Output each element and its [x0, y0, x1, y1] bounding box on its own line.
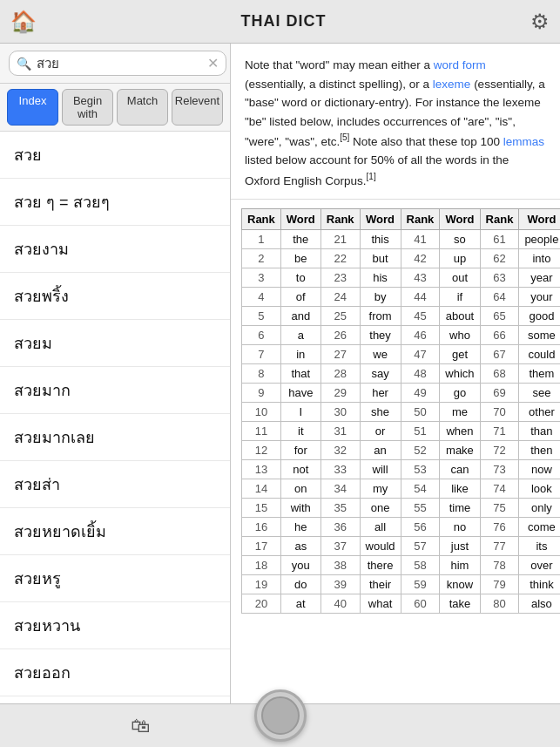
col-word-4: Word: [519, 209, 560, 230]
home-button[interactable]: [254, 689, 307, 742]
list-item[interactable]: สวยมากเลย: [0, 414, 230, 461]
rank-cell: 52: [401, 441, 440, 460]
list-item[interactable]: สวยมาก: [0, 367, 230, 414]
rank-cell: 35: [320, 499, 360, 518]
table-row: 5and25from45about65good: [242, 307, 561, 326]
word-cell: make: [440, 441, 480, 460]
word-cell: all: [360, 518, 401, 537]
word-cell: know: [440, 575, 480, 594]
rank-cell: 50: [401, 403, 440, 422]
rank-cell: 16: [242, 518, 281, 537]
table-row: 18you38there58him78over: [242, 556, 561, 575]
tab-match[interactable]: Match: [117, 89, 168, 126]
tab-begin-with[interactable]: Begin with: [62, 89, 113, 126]
list-item[interactable]: สวยม: [0, 320, 230, 367]
word-cell: we: [360, 345, 401, 364]
list-item[interactable]: สวยออก: [0, 649, 230, 696]
rank-cell: 71: [480, 422, 519, 441]
rank-cell: 61: [480, 230, 519, 249]
rank-cell: 4: [242, 288, 281, 307]
word-cell: the: [280, 230, 320, 249]
table-row: 14on34my54like74look: [242, 479, 561, 499]
clear-icon[interactable]: ✕: [207, 55, 219, 71]
list-item[interactable]: สวย: [0, 132, 230, 179]
bag-icon[interactable]: 🛍: [131, 715, 150, 737]
list-item[interactable]: สวรรคต: [0, 696, 230, 703]
rank-cell: 13: [242, 460, 281, 479]
sup1: [5]: [340, 132, 349, 142]
home-icon[interactable]: 🏠: [10, 10, 37, 34]
rank-cell: 34: [320, 479, 360, 499]
rank-cell: 69: [480, 384, 519, 403]
gear-icon[interactable]: ⚙: [530, 10, 550, 34]
list-item[interactable]: สวย ๆ = สวยๆ: [0, 179, 230, 226]
word-cell: come: [519, 518, 560, 537]
rank-cell: 38: [320, 556, 360, 575]
table-row: 2be22but42up62into: [242, 249, 561, 268]
list-item[interactable]: สวยหยาดเยิ้ม: [0, 508, 230, 555]
word-cell: if: [440, 288, 480, 307]
left-panel: 🔍 ✕ Index Begin with Match Relevent สวยส…: [0, 44, 231, 703]
list-item[interactable]: สวยพริ้ง: [0, 273, 230, 320]
col-word-2: Word: [360, 209, 401, 230]
rank-cell: 29: [320, 384, 360, 403]
word-cell: one: [360, 499, 401, 518]
sup2: [1]: [367, 172, 376, 181]
list-item[interactable]: สวยหวาน: [0, 602, 230, 649]
rank-cell: 54: [401, 479, 440, 499]
list-item[interactable]: สวยส่า: [0, 461, 230, 508]
rank-cell: 47: [401, 345, 440, 364]
rank-cell: 3: [242, 268, 281, 288]
tab-index[interactable]: Index: [7, 89, 58, 126]
rank-cell: 76: [480, 518, 519, 537]
word-cell: as: [280, 537, 320, 556]
word-form-link[interactable]: word form: [434, 58, 486, 71]
word-cell: then: [519, 441, 560, 460]
word-cell: for: [280, 441, 320, 460]
list-item[interactable]: สวยหรู: [0, 555, 230, 602]
right-panel: Note that "word" may mean either a word …: [231, 44, 560, 703]
search-input[interactable]: [37, 56, 202, 71]
lexeme-link[interactable]: lexeme: [433, 78, 471, 91]
word-cell: them: [519, 364, 560, 384]
rank-cell: 10: [242, 403, 281, 422]
word-cell: time: [440, 499, 480, 518]
list-item[interactable]: สวยงาม: [0, 226, 230, 273]
rank-cell: 78: [480, 556, 519, 575]
tab-relevent[interactable]: Relevent: [172, 89, 223, 126]
rank-cell: 65: [480, 307, 519, 326]
word-cell: her: [360, 384, 401, 403]
table-row: 13not33will53can73now: [242, 460, 561, 479]
word-cell: what: [360, 594, 401, 614]
right-content: Note that "word" may mean either a word …: [231, 44, 560, 200]
rank-cell: 66: [480, 326, 519, 345]
rank-cell: 59: [401, 575, 440, 594]
rank-cell: 19: [242, 575, 281, 594]
search-input-wrap: 🔍 ✕: [9, 51, 226, 76]
word-cell: could: [519, 345, 560, 364]
rank-cell: 6: [242, 326, 281, 345]
lemmas-link[interactable]: lemmas: [503, 135, 544, 148]
col-rank-1: Rank: [242, 209, 281, 230]
rank-cell: 57: [401, 537, 440, 556]
rank-cell: 55: [401, 499, 440, 518]
word-cell: also: [519, 594, 560, 614]
word-cell: in: [280, 345, 320, 364]
rank-cell: 27: [320, 345, 360, 364]
table-row: 16he36all56no76come: [242, 518, 561, 537]
word-cell: like: [440, 479, 480, 499]
rank-cell: 33: [320, 460, 360, 479]
table-row: 7in27we47get67could: [242, 345, 561, 364]
word-cell: no: [440, 518, 480, 537]
word-cell: their: [360, 575, 401, 594]
table-wrap: Rank Word Rank Word Rank Word Rank Word …: [231, 200, 560, 631]
rank-cell: 11: [242, 422, 281, 441]
word-cell: from: [360, 307, 401, 326]
rank-cell: 53: [401, 460, 440, 479]
word-list: สวยสวย ๆ = สวยๆสวยงามสวยพริ้งสวยมสวยมากส…: [0, 132, 230, 703]
rank-cell: 80: [480, 594, 519, 614]
word-cell: do: [280, 575, 320, 594]
word-cell: people: [519, 230, 560, 249]
table-row: 1the21this41so61people: [242, 230, 561, 249]
word-cell: other: [519, 403, 560, 422]
